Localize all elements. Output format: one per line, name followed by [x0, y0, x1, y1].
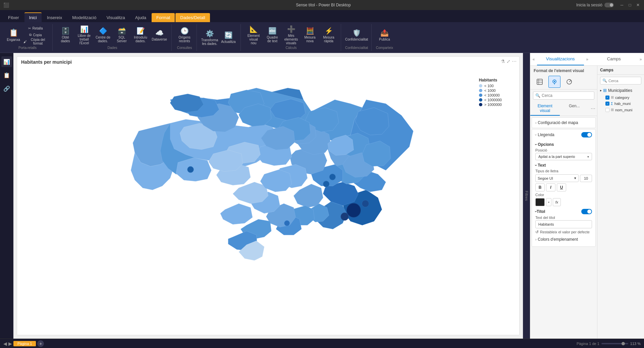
llegenda-toggle[interactable] — [581, 132, 592, 137]
excel-label: Llibre de treball l'Excel — [77, 34, 92, 45]
tab-element-visual[interactable]: Element visual — [530, 102, 560, 116]
ribbon-btn-publica[interactable]: 📤 Publica — [376, 25, 393, 45]
panel-expand-right[interactable]: » — [584, 53, 591, 65]
chevron-colors: › — [535, 238, 536, 241]
svg-point-58 — [187, 166, 194, 173]
left-sidebar: 📊 📋 🔗 — [0, 53, 13, 339]
fx-btn[interactable]: fx — [553, 198, 561, 206]
next-page-btn[interactable]: ▶ — [8, 341, 12, 346]
filter-icon[interactable]: ⚗ — [501, 59, 505, 64]
titol-input[interactable] — [535, 220, 592, 228]
tab-visualitza[interactable]: Visualitza — [102, 13, 129, 22]
tab-format[interactable]: Format — [152, 13, 175, 22]
format-icon-map[interactable] — [548, 76, 560, 88]
more-visuals-icon: ➕ — [287, 25, 296, 33]
tab-fitxer[interactable]: Fitxer — [3, 13, 24, 22]
underline-btn[interactable]: U — [557, 183, 566, 191]
ribbon-btn-retalla[interactable]: ✂ Retalla — [22, 25, 49, 31]
ribbon-btn-confidencialitat[interactable]: 🛡️ Confidencialitat — [348, 25, 365, 45]
zoom-slider[interactable] — [601, 343, 628, 344]
ribbon-btn-copia[interactable]: ⧉ Copia — [22, 32, 49, 38]
color-dropdown-btn[interactable]: ▾ — [546, 198, 551, 206]
ribbon-btn-centre[interactable]: 🔷 Centre de dades. — [94, 25, 112, 45]
ribbon-btn-actualitza[interactable]: 🔄 Actualitza — [220, 28, 237, 47]
maximize-btn[interactable]: □ — [627, 2, 633, 8]
bold-btn[interactable]: B — [535, 183, 545, 191]
section-llegenda-header[interactable]: › Llegenda — [532, 129, 595, 140]
ribbon-btn-obte-dades[interactable]: 🗄️ Obté dades — [57, 25, 74, 45]
tab-more-dots[interactable]: ⋯ — [589, 102, 597, 116]
colors-header[interactable]: › Colors d'emplenament — [535, 236, 592, 243]
tab-camps[interactable]: Camps — [591, 53, 638, 65]
ribbon-btn-origens[interactable]: 🕒 Orígens recents — [176, 25, 193, 45]
ribbon-btn-excel[interactable]: 📊 Llibre de treball l'Excel — [75, 25, 93, 45]
introduiu-label: Introduïu dades. — [133, 36, 148, 43]
section-config-header[interactable]: › Configuració del mapa — [532, 118, 595, 128]
panel-expand-right2[interactable]: » — [637, 53, 644, 65]
field-item-hab-muni[interactable]: ✓ Σ hab_muni — [600, 101, 641, 107]
tab-ajuda[interactable]: Ajuda — [130, 13, 151, 22]
ribbon-btn-mes-elements[interactable]: ➕ Més elements visuals — [282, 25, 300, 45]
ribbon-btn-enganxa[interactable]: 📋 Enganxa — [6, 25, 21, 45]
close-btn[interactable]: ✕ — [635, 2, 641, 8]
prev-page-btn[interactable]: ◀ — [3, 341, 7, 346]
ribbon-btn-mesura-nova[interactable]: 🧮 Mesura nova — [301, 25, 319, 45]
font-family-select[interactable]: Segoe UI ▾ — [535, 174, 579, 182]
filters-side-panel[interactable]: Filtres — [523, 53, 530, 339]
field-item-category[interactable]: ✓ ⊞ category — [600, 94, 641, 101]
italic-btn[interactable]: I — [546, 183, 555, 191]
signin-toggle[interactable] — [604, 3, 614, 7]
bottom-bar: ◀ ▶ Pàgina 1 + Pàgina 1 de 1 113 % — [0, 339, 644, 348]
font-size-box[interactable]: 10 — [580, 175, 592, 182]
sidebar-icon-model[interactable]: 🔗 — [1, 83, 12, 94]
sidebar-icon-report[interactable]: 📊 — [1, 56, 12, 67]
format-icon-table[interactable] — [534, 76, 546, 88]
format-icon-analytics[interactable] — [563, 76, 575, 88]
ribbon-btn-quadre-text[interactable]: 🔤 Quadre de text — [264, 25, 281, 45]
ribbon-btn-sql[interactable]: 🗃️ SQL Server — [113, 25, 130, 45]
canvas-area[interactable]: Habitants per municipi ⚗ ⤢ ⋯ — [13, 53, 530, 339]
fields-search-input[interactable] — [608, 79, 644, 83]
posicio-dropdown[interactable]: Apilat a la part superio ▾ — [535, 153, 592, 160]
titol-toggle[interactable] — [581, 209, 592, 214]
panel-collapse-left[interactable]: « — [530, 53, 537, 65]
search-input[interactable] — [542, 93, 592, 98]
focus-icon[interactable]: ⤢ — [506, 59, 511, 64]
font-family-value: Segoe UI — [538, 176, 553, 180]
fields-search[interactable]: 🔍 — [600, 77, 641, 84]
field-group-municipalities: ▸ ⊞ Municipalities ✓ ⊞ category ✓ Σ — [597, 86, 644, 113]
signin-area[interactable]: Inicia la sessió — [576, 3, 614, 7]
refresh-icon: 🔄 — [224, 31, 233, 39]
field-checkbox-hab-muni[interactable]: ✓ — [605, 102, 609, 106]
ribbon-group-consultes: 🕒 Orígens recents Consultes — [172, 24, 197, 51]
ribbon-btn-copia-format[interactable]: 🖌 Còpia del format — [22, 39, 49, 45]
sidebar-icon-data[interactable]: 📋 — [1, 70, 12, 80]
field-checkbox-nom-muni[interactable] — [605, 108, 609, 112]
text-title: › Text — [535, 163, 592, 168]
field-item-nom-muni[interactable]: ⊞ nom_muni — [600, 107, 641, 113]
field-group-header[interactable]: ▸ ⊞ Municipalities — [600, 86, 641, 94]
ribbon-btn-mesura-rapida[interactable]: ⚡ Mesura ràpida — [320, 25, 337, 45]
tab-general[interactable]: Gen... — [560, 102, 589, 116]
tab-inici[interactable]: Inici — [24, 12, 42, 22]
field-checkbox-category[interactable]: ✓ — [605, 96, 609, 100]
ribbon-btn-dataverse[interactable]: ☁️ Dataverse — [151, 25, 168, 45]
visual-element-icon: 📐 — [250, 25, 258, 33]
tab-visualitzacions[interactable]: Visualitzacions — [537, 53, 584, 65]
tab-dades-detall[interactable]: Dades/Detall — [175, 13, 210, 22]
color-row: ▾ fx — [535, 198, 592, 206]
ribbon-btn-element-visual[interactable]: 📐 Element visual nou — [245, 25, 262, 45]
page-tab-1[interactable]: Pàgina 1 — [13, 341, 36, 346]
ribbon-btn-transforma[interactable]: ⚙️ Transforma les dades. — [201, 28, 218, 47]
enter-data-icon: 📝 — [137, 27, 145, 35]
ribbon-btn-introduiu[interactable]: 📝 Introduïu dades. — [132, 25, 149, 45]
minimize-btn[interactable]: ─ — [619, 2, 625, 8]
tab-modelitzacio[interactable]: Modelització — [67, 13, 101, 22]
restore-btn[interactable]: ↺ Restableix el valor per defecte — [535, 230, 592, 234]
more-icon[interactable]: ⋯ — [512, 59, 517, 64]
dataverse-label: Dataverse — [152, 38, 167, 41]
color-swatch[interactable] — [535, 198, 545, 206]
tab-insereix[interactable]: Insereix — [42, 13, 67, 22]
add-page-btn[interactable]: + — [37, 340, 44, 347]
format-search[interactable]: 🔍 — [533, 92, 594, 100]
